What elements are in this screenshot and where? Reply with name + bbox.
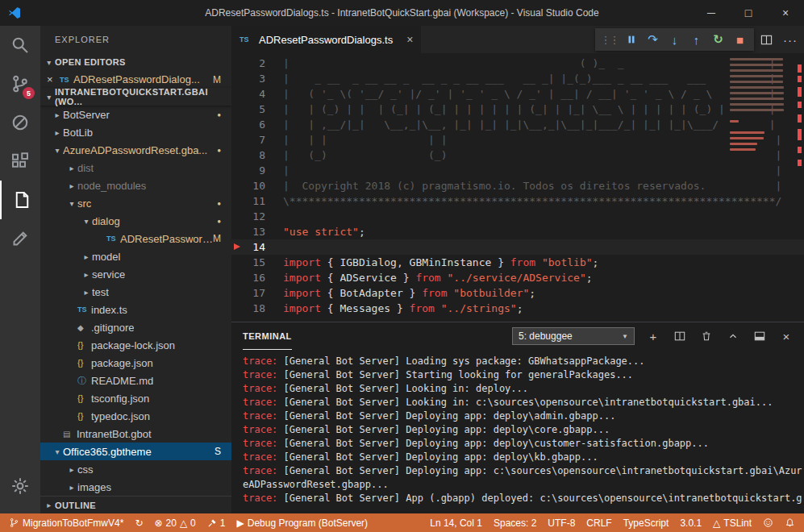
maximize-panel-button[interactable] [725, 330, 741, 342]
activity-source-control[interactable]: 5 [0, 64, 40, 103]
code-line-13[interactable]: 13"use strict"; [231, 224, 804, 239]
code-editor[interactable]: 2| ( )_ _ |3| _ __ _ __ __ _ __ _ _ __ _… [231, 53, 804, 322]
chevron-right-icon[interactable]: ▸ [66, 483, 77, 492]
close-tab-icon[interactable]: × [406, 33, 413, 46]
terminal-output[interactable]: trace: [General Bot Server] Loading sys … [231, 350, 804, 510]
glyph-margin[interactable] [231, 270, 244, 285]
glyph-margin[interactable] [231, 301, 244, 316]
step-into-button[interactable]: ↓ [664, 28, 685, 51]
tree-item-readme-md[interactable]: ⓘREADME.md [40, 372, 231, 389]
tab-adresetpassworddialogs[interactable]: TS ADResetPasswordDialogs.ts × [231, 26, 421, 53]
glyph-margin[interactable] [231, 86, 244, 102]
activity-search[interactable] [0, 26, 40, 64]
activity-explorer[interactable] [0, 181, 40, 219]
activity-edit[interactable] [0, 219, 40, 258]
chevron-right-icon[interactable]: ▸ [52, 110, 63, 119]
glyph-margin[interactable] [231, 102, 244, 117]
typescript-version-button[interactable]: 3.0.1 [674, 513, 707, 532]
tree-item-src[interactable]: ▾src● [40, 194, 231, 212]
split-terminal-button[interactable] [672, 330, 688, 342]
step-out-button[interactable]: ↑ [685, 28, 707, 51]
close-icon[interactable]: × [47, 73, 60, 85]
code-line-17[interactable]: 17import { BotAdapter } from "botbuilder… [231, 285, 804, 301]
debug-launch-button[interactable]: ▶ Debug Program (BotServer) [231, 513, 373, 532]
chevron-right-icon[interactable]: ▸ [66, 181, 77, 190]
encoding-button[interactable]: UTF-8 [542, 513, 581, 532]
stop-button[interactable]: ■ [729, 28, 751, 51]
language-mode-button[interactable]: TypeScript [618, 513, 675, 532]
code-line-18[interactable]: 18import { Messages } from "../strings"; [231, 301, 804, 316]
code-line-8[interactable]: 8| (_) (_) | [231, 148, 804, 163]
workspace-section-header[interactable]: ▾ INTRANETBOTQUICKSTART.GBAI (WO... [40, 88, 231, 106]
code-line-14[interactable]: 14 [231, 239, 804, 255]
chevron-down-icon[interactable]: ▾ [52, 447, 63, 456]
chevron-down-icon[interactable]: ▾ [81, 217, 92, 226]
activity-debug[interactable] [0, 103, 40, 142]
glyph-margin[interactable] [231, 163, 244, 178]
chevron-right-icon[interactable]: ▸ [81, 288, 92, 297]
indentation-button[interactable]: Spaces: 2 [488, 513, 542, 532]
glyph-margin[interactable] [231, 178, 244, 193]
tree-item-css[interactable]: ▸css [40, 460, 231, 478]
tree-item-node-modules[interactable]: ▸node_modules [40, 177, 231, 194]
settings-button[interactable] [0, 467, 40, 505]
glyph-margin[interactable] [231, 71, 244, 86]
tree-item-index-ts[interactable]: TSindex.ts [40, 301, 231, 318]
code-line-11[interactable]: 11\*************************************… [231, 193, 804, 209]
panel-position-button[interactable] [752, 330, 768, 342]
tree-item-botlib[interactable]: ▸BotLib [40, 123, 231, 141]
glyph-margin[interactable] [231, 56, 244, 71]
minimize-button[interactable]: ─ [693, 0, 730, 26]
glyph-margin[interactable] [231, 209, 244, 224]
chevron-right-icon[interactable]: ▸ [81, 270, 92, 279]
code-line-9[interactable]: 9| | [231, 163, 804, 178]
tree-item-package-json[interactable]: {}package.json [40, 354, 231, 372]
code-line-10[interactable]: 10| Copyright 2018 (c) pragmatismo.io. T… [231, 178, 804, 193]
close-panel-button[interactable]: × [778, 330, 794, 343]
more-actions-button[interactable]: ··· [783, 33, 798, 47]
tree-item-office365-gbtheme[interactable]: ▾Office365.gbthemeS [40, 443, 231, 460]
tree-item-images[interactable]: ▸images [40, 478, 231, 496]
sync-button[interactable]: ↻ [129, 513, 148, 532]
cursor-position-button[interactable]: Ln 14, Col 1 [424, 513, 488, 532]
glyph-margin[interactable] [231, 132, 244, 148]
tslint-button[interactable]: △ TSLint [707, 513, 757, 532]
drag-handle-icon[interactable]: ⋮⋮ [598, 28, 620, 51]
kill-terminal-button[interactable] [698, 330, 714, 342]
pause-button[interactable] [620, 28, 642, 51]
chevron-right-icon[interactable]: ▸ [52, 128, 63, 137]
glyph-margin[interactable] [231, 148, 244, 163]
minimap[interactable] [730, 58, 791, 154]
terminal-select[interactable]: 5: debuggee ▼ [512, 327, 635, 345]
running-tasks-button[interactable]: 1 [202, 513, 231, 532]
tree-item-service[interactable]: ▸service [40, 265, 231, 283]
tree-item-dialog[interactable]: ▾dialog● [40, 212, 231, 230]
debug-current-statement-arrow-icon[interactable] [231, 239, 244, 255]
open-editor-item[interactable]: × TS ADResetPasswordDialog... M [40, 71, 231, 88]
glyph-margin[interactable] [231, 193, 244, 209]
code-line-2[interactable]: 2| ( )_ _ | [231, 56, 804, 71]
notifications-button[interactable] [779, 513, 801, 532]
chevron-down-icon[interactable]: ▾ [66, 199, 77, 208]
glyph-margin[interactable] [231, 255, 244, 270]
tree-item-model[interactable]: ▸model [40, 247, 231, 265]
code-line-6[interactable]: 6| | ,__/|_| \__,_|\__, |_| |_| |_|\__,_… [231, 117, 804, 132]
tree-item-typedoc-json[interactable]: {}typedoc.json [40, 407, 231, 425]
feedback-button[interactable] [757, 513, 779, 532]
tree-item-tsconfig-json[interactable]: {}tsconfig.json [40, 389, 231, 407]
outline-section-header[interactable]: ▸ OUTLINE [40, 496, 231, 513]
code-line-12[interactable]: 12 [231, 209, 804, 224]
maximize-button[interactable]: □ [730, 0, 767, 26]
close-window-button[interactable]: × [767, 0, 804, 26]
problems-button[interactable]: ⊗20 △0 [148, 513, 201, 532]
chevron-right-icon[interactable]: ▸ [66, 465, 77, 474]
activity-extensions[interactable] [0, 142, 40, 181]
tree-item-azureadpasswordreset-gba[interactable]: ▾AzureADPasswordReset.gba...● [40, 141, 231, 159]
tree-item-intranetbot-gbot[interactable]: ▤IntranetBot.gbot [40, 425, 231, 443]
step-over-button[interactable]: ↷ [642, 28, 664, 51]
glyph-margin[interactable] [231, 285, 244, 301]
tree-item-botserver[interactable]: ▸BotServer● [40, 106, 231, 123]
glyph-margin[interactable] [231, 224, 244, 239]
git-branch-button[interactable]: MigrationToBotFmwV4* [3, 513, 129, 532]
code-line-3[interactable]: 3| _ __ _ __ __ _ __ _ _ __ ___ __ _| |_… [231, 71, 804, 86]
